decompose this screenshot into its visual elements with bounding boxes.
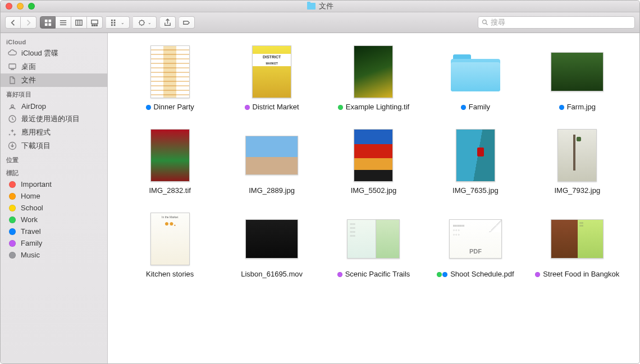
file-item[interactable]: ≡≡≡≡≡≡Street Food in Bangkok (532, 211, 623, 279)
edit-tags-button[interactable] (179, 16, 195, 29)
sidebar-item-label: AirDrop (21, 102, 46, 110)
desktop-icon (7, 62, 17, 71)
zoom-button[interactable] (28, 3, 35, 10)
file-item[interactable]: Farm.jpg (532, 44, 623, 112)
file-thumbnail: ≡≡≡≡≡≡ (550, 211, 605, 266)
sidebar-item-label: Travel (21, 227, 41, 236)
action-group: ⌄ (133, 16, 157, 29)
file-thumbnail: DISTRICTMARKET (244, 44, 299, 99)
close-button[interactable] (6, 3, 12, 10)
file-name: IMG_7932.jpg (554, 186, 600, 196)
search-placeholder: 搜尋 (491, 17, 505, 27)
file-name: IMG_5502.jpg (351, 186, 397, 196)
clock-icon (7, 114, 17, 123)
file-item[interactable]: Family (430, 44, 520, 112)
sidebar-item[interactable]: 應用程式 (1, 126, 107, 139)
sidebar-item[interactable]: 最近使用過的項目 (1, 112, 107, 126)
sidebar-item[interactable]: Family (1, 237, 107, 249)
view-buttons (40, 16, 103, 29)
sidebar-item[interactable]: AirDrop (1, 100, 107, 112)
sidebar-item-label: 最近使用過的項目 (21, 114, 80, 124)
file-item[interactable]: IMG_2832.tif (125, 128, 215, 196)
action-button[interactable]: ⌄ (133, 16, 157, 29)
file-item[interactable]: ≡≡≡≡≡≡≡○ ○ ○○ ○ ○PDFShoot Schedule.pdf (430, 211, 520, 279)
sidebar-item-label: 文件 (21, 75, 36, 85)
tag-dot (245, 105, 250, 110)
file-item[interactable]: In the Market●●●Kitchen stories (125, 211, 215, 279)
thumbnail-image: ≡≡≡≡≡≡ (551, 219, 604, 259)
share-group (160, 16, 176, 29)
sidebar-section-header[interactable]: iCloud (1, 35, 107, 47)
minimize-button[interactable] (17, 3, 24, 10)
sidebar-item[interactable]: Music (1, 249, 107, 261)
file-thumbnail (244, 128, 299, 183)
file-name: Dinner Party (146, 103, 194, 112)
thumbnail-image (245, 219, 298, 259)
file-name: District Market (245, 103, 299, 112)
sidebar-section-header[interactable]: 標記 (1, 165, 107, 178)
tag-dot (559, 105, 564, 110)
file-item[interactable]: Example Lighting.tif (328, 44, 419, 112)
file-name-text: IMG_2832.tif (149, 186, 190, 196)
tag-dot (338, 105, 343, 110)
file-name-text: IMG_5502.jpg (351, 186, 397, 196)
column-view-button[interactable] (71, 16, 87, 29)
sidebar-item[interactable]: iCloud 雲碟 (1, 47, 107, 60)
thumbnail-image (557, 129, 597, 182)
forward-button[interactable] (21, 16, 36, 29)
tag-group (179, 16, 195, 29)
sidebar-item[interactable]: 文件 (1, 73, 107, 87)
svg-line-22 (486, 24, 488, 25)
sidebar-item[interactable]: School (1, 202, 107, 214)
chevron-down-icon: ⌄ (148, 20, 152, 25)
sidebar: iCloudiCloud 雲碟桌面文件喜好項目AirDrop最近使用過的項目應用… (1, 33, 108, 363)
thumbnail-image (354, 45, 393, 98)
file-thumbnail (448, 128, 503, 183)
icon-view-button[interactable] (40, 16, 56, 29)
titlebar: 文件 (1, 1, 639, 12)
sidebar-item[interactable]: Important (1, 178, 107, 190)
file-name-text: IMG_7932.jpg (554, 186, 600, 196)
file-item[interactable]: ≡≡≡≡≡≡≡≡≡≡≡≡≡≡≡≡Scenic Pacific Trails (328, 211, 419, 279)
traffic-lights (1, 3, 35, 10)
file-item[interactable]: IMG_2889.jpg (226, 128, 317, 196)
thumbnail-image (456, 129, 495, 182)
svg-rect-16 (111, 24, 113, 26)
list-view-button[interactable] (56, 16, 71, 29)
sidebar-section-header[interactable]: 喜好項目 (1, 87, 107, 100)
file-thumbnail (550, 128, 605, 183)
arrange-button[interactable]: ⌄ (106, 16, 130, 29)
file-item[interactable]: IMG_5502.jpg (328, 128, 419, 196)
file-thumbnail (244, 211, 299, 266)
file-thumbnail (448, 44, 503, 99)
sidebar-item[interactable]: Home (1, 190, 107, 202)
content-area[interactable]: Dinner PartyDISTRICTMARKETDistrict Marke… (108, 33, 639, 363)
window-title-text: 文件 (319, 1, 333, 11)
sidebar-item[interactable]: Work (1, 214, 107, 225)
file-name-text: Kitchen stories (146, 270, 194, 279)
file-name: IMG_2889.jpg (249, 186, 295, 196)
file-name-text: IMG_7635.jpg (452, 186, 499, 196)
airdrop-icon (7, 102, 17, 110)
sidebar-item-label: Important (21, 180, 52, 188)
tag-dot (9, 216, 16, 223)
file-item[interactable]: Dinner Party (125, 44, 215, 112)
svg-rect-2 (44, 23, 47, 26)
sidebar-item[interactable]: Travel (1, 225, 107, 237)
share-button[interactable] (160, 16, 176, 29)
file-thumbnail: ≡≡≡≡≡≡≡≡≡≡≡≡≡≡≡≡ (346, 211, 401, 266)
file-item[interactable]: IMG_7635.jpg (430, 128, 520, 196)
window-title: 文件 (1, 1, 639, 11)
sidebar-section-header[interactable]: 位置 (1, 153, 107, 165)
file-item[interactable]: DISTRICTMARKETDistrict Market (226, 44, 317, 112)
sidebar-item[interactable]: 下載項目 (1, 139, 107, 153)
search-field[interactable]: 搜尋 (478, 16, 635, 29)
file-item[interactable]: Lisbon_61695.mov (226, 211, 317, 279)
gallery-view-button[interactable] (87, 16, 103, 29)
file-item[interactable]: IMG_7932.jpg (532, 128, 623, 196)
back-button[interactable] (5, 16, 21, 29)
svg-rect-14 (111, 19, 113, 21)
sidebar-item[interactable]: 桌面 (1, 60, 107, 73)
svg-rect-23 (9, 64, 16, 68)
file-name-text: Family (469, 103, 490, 112)
